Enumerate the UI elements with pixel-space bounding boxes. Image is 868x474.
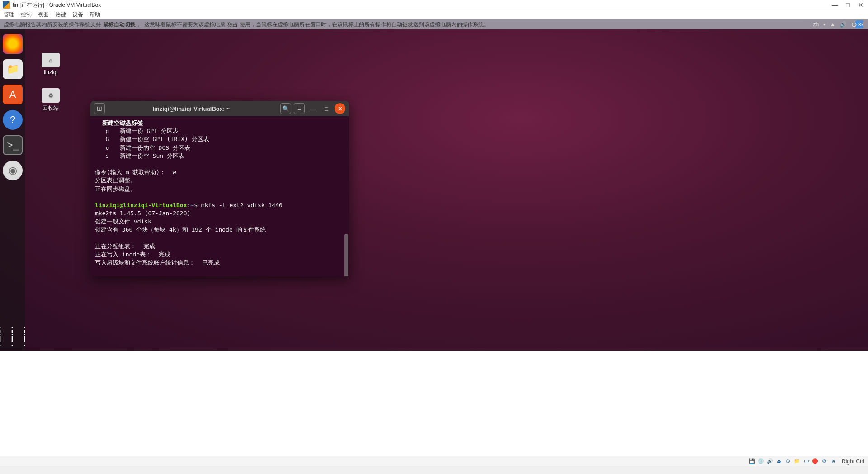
menu-hotkeys[interactable]: 热键 [55,11,66,19]
host-statusbar: 💾 💿 🔊 🖧 ⌬ 📁 🖵 🔴 ⚙ 🖱 Right Ctrl [0,456,868,466]
dock-files-icon[interactable]: 📁 [3,59,23,79]
status-audio-icon[interactable]: 🔊 [767,458,774,465]
volume-icon[interactable]: 🔊 [840,21,847,28]
host-menubar: 管理 控制 视图 热键 设备 帮助 [0,10,868,19]
term-prompt-path: ~ [190,276,194,276]
host-minimize-button[interactable]: — [832,1,838,9]
dock-firefox-icon[interactable] [3,34,23,54]
terminal-search-button[interactable]: 🔍 [280,103,291,114]
status-recording-icon[interactable]: 🔴 [812,458,819,465]
desktop-trash[interactable]: ♻ 回收站 [36,88,65,112]
term-prompt-user: linziqi@linziqi-VirtualBox [95,276,187,276]
mouse-integration-banner: 虚拟电脑报告其内所安装的操作系统支持 鼠标自动切换 。 这意味着鼠标不需要为该虚… [0,19,868,29]
host-maximize-button[interactable]: □ [846,1,850,9]
terminal-titlebar[interactable]: ⊞ linziqi@linziqi-VirtualBox: ~ 🔍 ≡ — □ … [90,101,349,116]
banner-text-bold: 鼠标自动切换 [103,21,136,28]
desktop-home-folder[interactable]: ⌂ linziqi [36,53,65,76]
status-network-icon[interactable]: 🖧 [776,458,783,465]
terminal-maximize-button[interactable]: □ [321,103,332,114]
banner-text-pre: 虚拟电脑报告其内所安装的操作系统支持 [4,21,101,28]
terminal-window: ⊞ linziqi@linziqi-VirtualBox: ~ 🔍 ≡ — □ … [90,101,349,276]
terminal-menu-button[interactable]: ≡ [294,103,305,114]
term-line: o 新建一份的空 DOS 分区表 [95,144,190,151]
banner-text-post: 。 这意味着鼠标不需要为该虚拟电脑 独占 使用，当鼠标在虚拟电脑所在窗口时，在该… [137,21,489,28]
terminal-title: linziqi@linziqi-VirtualBox: ~ [105,105,278,112]
terminal-newtab-button[interactable]: ⊞ [94,103,105,114]
ubuntu-dock: 📁 A ? >_ ◉ ⋮⋮⋮⋮⋮⋮⋮⋮⋮ [0,29,25,351]
host-window-title: lin [正在运行] - Oracle VM VirtualBox [13,1,832,9]
terminal-close-button[interactable]: ✕ [335,103,345,114]
term-line: 正在写入 inode表： 完成 [95,251,170,258]
terminal-scrollbar[interactable] [344,234,348,276]
terminal-minimize-button[interactable]: — [307,103,318,114]
dock-help-icon[interactable]: ? [3,110,23,130]
term-line: g 新建一份 GPT 分区表 [95,128,179,134]
menu-manage[interactable]: 管理 [4,11,14,19]
terminal-body[interactable]: 新建空磁盘标签 g 新建一份 GPT 分区表 G 新建一份空 GPT (IRIX… [90,116,349,276]
vm-display[interactable]: 虚拟电脑报告其内所安装的操作系统支持 鼠标自动切换 。 这意味着鼠标不需要为该虚… [0,19,868,351]
system-dropdown-icon: ▾ [861,22,863,27]
term-cmd: $ sudo mount -o loop vdisk /mnt [194,276,304,276]
term-line: 正在同步磁盘。 [95,185,136,192]
term-prompt-user: linziqi@linziqi-VirtualBox [95,202,187,209]
dock-apps-grid-icon[interactable]: ⋮⋮⋮⋮⋮⋮⋮⋮⋮ [0,328,31,344]
term-line: 创建一般文件 vdisk [95,218,151,225]
status-harddisk-icon[interactable]: 💾 [749,458,755,465]
status-hostkey-label: Right Ctrl [842,458,864,465]
term-line: s 新建一份空 Sun 分区表 [95,152,184,159]
menu-view[interactable]: 视图 [38,11,49,19]
input-dropdown-icon: ▾ [823,22,826,27]
term-line: 命令(输入 m 获取帮助)： w [95,169,176,175]
term-line: 创建含有 360 个块（每块 4k）和 192 个 inode 的文件系统 [95,226,266,233]
status-optical-icon[interactable]: 💿 [758,458,764,465]
host-close-button[interactable]: ✕ [858,1,863,9]
term-prompt-path: ~ [190,202,194,209]
status-mouse-icon[interactable]: 🖱 [830,458,837,465]
trash-label: 回收站 [42,104,59,112]
term-line: G 新建一份空 GPT (IRIX) 分区表 [95,136,209,142]
status-cpu-icon[interactable]: ⚙ [821,458,828,465]
status-usb-icon[interactable]: ⌬ [785,458,792,465]
network-icon[interactable]: ▲ [830,21,835,28]
dock-disc-icon[interactable]: ◉ [3,161,23,180]
input-method-indicator[interactable]: zh [813,21,819,28]
status-shared-folder-icon[interactable]: 📁 [794,458,801,465]
term-line: 正在分配组表： 完成 [95,243,155,250]
menu-devices[interactable]: 设备 [72,11,83,19]
term-line: 写入超级块和文件系统账户统计信息： 已完成 [95,259,220,266]
virtualbox-icon [3,1,10,9]
term-line: 新建空磁盘标签 [95,119,143,126]
host-titlebar: lin [正在运行] - Oracle VM VirtualBox — □ ✕ [0,0,868,10]
term-line: mke2fs 1.45.5 (07-Jan-2020) [95,210,190,217]
term-line: 分区表已调整。 [95,177,136,184]
trash-icon: ♻ [42,88,60,103]
term-cmd: $ mkfs -t ext2 vdisk 1440 [194,202,283,209]
dock-terminal-icon[interactable]: >_ [3,135,23,155]
ubuntu-topbar: zh ▾ ▲ 🔊 ⏻ ▾ [808,19,868,29]
status-display-icon[interactable]: 🖵 [803,458,810,465]
host-status-icons: 💾 💿 🔊 🖧 ⌬ 📁 🖵 🔴 ⚙ 🖱 Right Ctrl [749,458,864,465]
power-icon[interactable]: ⏻ [851,21,857,28]
dock-software-icon[interactable]: A [3,85,23,104]
menu-control[interactable]: 控制 [21,11,32,19]
menu-help[interactable]: 帮助 [90,11,100,19]
desktop-icons: ⌂ linziqi ♻ 回收站 [36,53,65,112]
home-folder-label: linziqi [44,69,57,76]
home-folder-icon: ⌂ [42,53,60,67]
host-content-gap [0,351,868,456]
